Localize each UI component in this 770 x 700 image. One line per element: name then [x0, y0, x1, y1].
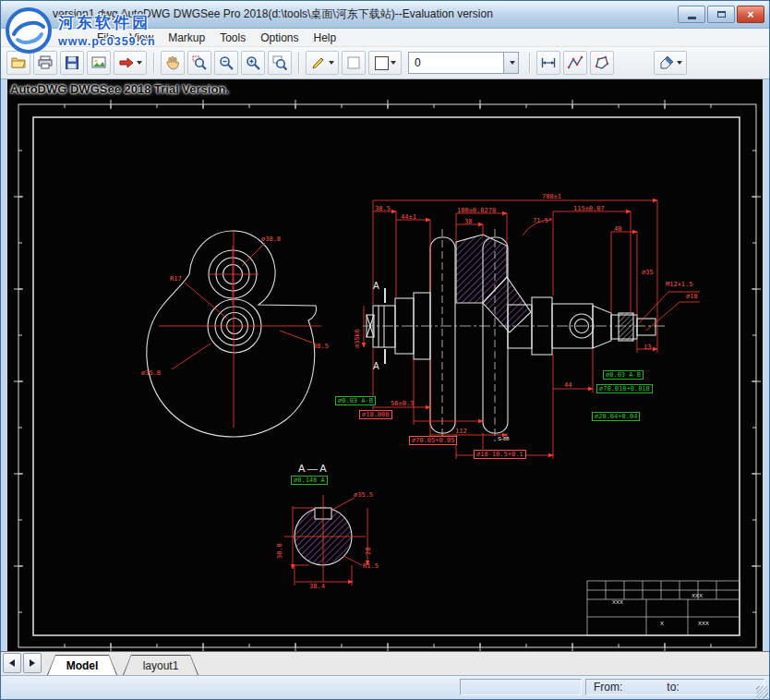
from-label: From:: [594, 681, 622, 694]
to-label: to:: [667, 681, 679, 694]
measure-polyline-button[interactable]: [563, 51, 587, 75]
brush-button[interactable]: [654, 51, 687, 75]
zoom-window-button[interactable]: [187, 51, 211, 75]
send-button[interactable]: [114, 51, 147, 75]
tab-label: layout1: [143, 659, 179, 672]
menu-item-view[interactable]: View: [122, 30, 161, 46]
dropdown-arrow-icon: [329, 61, 334, 65]
color-swatch-icon: [375, 56, 389, 70]
zoom-in-button[interactable]: [241, 51, 265, 75]
dropdown-arrow-icon: [510, 61, 515, 65]
blank-box-icon: [345, 54, 362, 71]
color-swatch-button[interactable]: [368, 51, 402, 75]
combo-dropdown-button[interactable]: [503, 53, 518, 73]
print-button[interactable]: [33, 51, 57, 75]
tab-label: Model: [66, 659, 99, 672]
measure-distance-button[interactable]: [536, 51, 560, 75]
menu-item-tools[interactable]: Tools: [212, 30, 253, 46]
toolbar-separator: [298, 53, 299, 73]
zoom-extents-icon: [271, 54, 288, 71]
hand-icon: [164, 54, 181, 71]
layer-combo-value: 0: [409, 56, 503, 69]
open-button[interactable]: [6, 51, 30, 75]
menu-item-help[interactable]: Help: [307, 30, 344, 46]
window-controls: ×: [678, 6, 764, 23]
toolbar: 0: [1, 47, 769, 79]
measure-distance-icon: [540, 54, 557, 71]
minimize-icon: [688, 17, 696, 19]
menu-bar: FileViewMarkupToolsOptionsHelp: [1, 29, 769, 47]
brush-icon: [658, 54, 675, 71]
floppy-disk-icon: [64, 54, 80, 71]
tab-bar: Model layout1: [1, 651, 769, 675]
resize-grip[interactable]: [756, 686, 768, 698]
menu-item-options[interactable]: Options: [253, 30, 306, 46]
layer-combo[interactable]: 0: [408, 52, 519, 74]
zoom-window-icon: [191, 54, 208, 71]
toolbar-separator: [529, 53, 530, 73]
select-area-button[interactable]: [342, 51, 366, 75]
pan-button[interactable]: [161, 51, 185, 75]
close-button[interactable]: ×: [737, 6, 764, 23]
minimize-button[interactable]: [678, 6, 705, 23]
window-title: version1.dwg AutoDWG DWGSee Pro 2018(d:\…: [53, 6, 678, 22]
status-bar: From: to:: [1, 675, 769, 699]
menu-item-file[interactable]: File: [90, 30, 122, 46]
open-folder-icon: [10, 54, 27, 71]
zoom-in-icon: [245, 54, 261, 71]
maximize-button[interactable]: [707, 6, 735, 23]
save-button[interactable]: [60, 51, 84, 75]
arrow-left-icon: [9, 659, 15, 667]
red-arrow-icon: [118, 54, 135, 71]
markup-pencil-button[interactable]: [306, 51, 339, 75]
dropdown-arrow-icon: [137, 61, 142, 65]
measure-polyline-icon: [567, 54, 584, 71]
convert-to-image-button[interactable]: [87, 51, 111, 75]
dropdown-arrow-icon: [391, 61, 396, 65]
measure-area-icon: [594, 54, 610, 71]
pencil-icon: [310, 54, 327, 71]
toolbar-separator: [153, 53, 154, 73]
tab-model[interactable]: Model: [47, 655, 117, 675]
close-icon: ×: [747, 9, 753, 20]
status-panel: [460, 679, 582, 695]
menu-item-markup[interactable]: Markup: [161, 30, 212, 46]
zoom-out-icon: [218, 54, 235, 71]
printer-icon: [37, 54, 54, 71]
zoom-out-button[interactable]: [214, 51, 238, 75]
zoom-extents-button[interactable]: [268, 51, 292, 75]
dropdown-arrow-icon: [677, 61, 682, 65]
app-window: version1.dwg AutoDWG DWGSee Pro 2018(d:\…: [0, 0, 770, 700]
drawing-canvas[interactable]: [7, 79, 763, 651]
arrow-right-icon: [30, 659, 35, 667]
status-range-panel: From: to:: [585, 679, 764, 695]
measure-area-button[interactable]: [590, 51, 614, 75]
tab-scroll-right-button[interactable]: [23, 653, 42, 673]
tab-scroll-left-button[interactable]: [3, 653, 21, 673]
title-bar[interactable]: version1.dwg AutoDWG DWGSee Pro 2018(d:\…: [1, 1, 769, 29]
cad-drawing: [7, 79, 763, 651]
tab-layout1[interactable]: layout1: [123, 655, 199, 675]
image-icon: [90, 54, 107, 71]
maximize-icon: [717, 11, 726, 18]
